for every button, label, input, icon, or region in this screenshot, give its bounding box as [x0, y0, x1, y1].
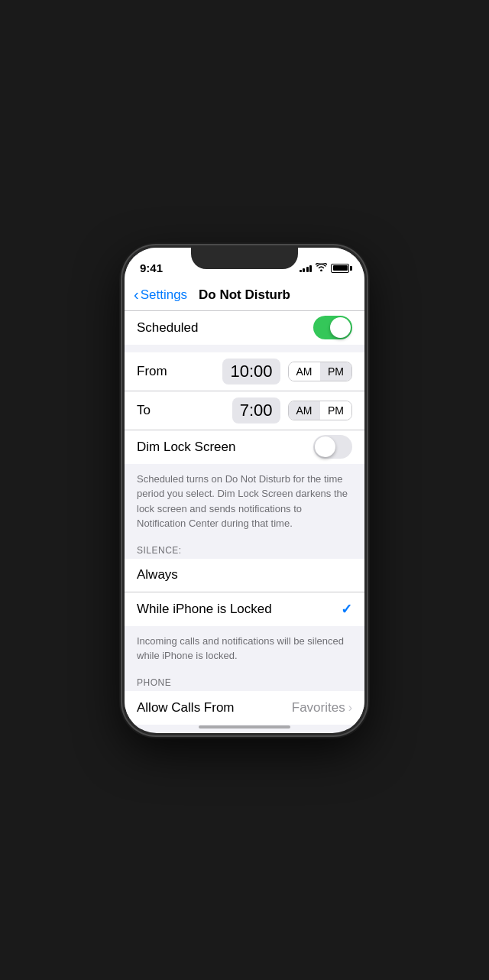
- back-label[interactable]: Settings: [141, 287, 187, 303]
- status-time: 9:41: [140, 261, 163, 274]
- scheduled-toggle[interactable]: [313, 316, 352, 339]
- while-locked-label: While iPhone is Locked: [137, 602, 272, 617]
- signal-bar-1: [300, 270, 302, 272]
- phone-section: Allow Calls From Favorites ›: [125, 691, 364, 725]
- scheduled-label: Scheduled: [137, 320, 198, 336]
- from-am-button[interactable]: AM: [289, 362, 320, 381]
- scheduled-row: Scheduled: [125, 311, 364, 345]
- signal-bar-3: [306, 267, 309, 272]
- always-row[interactable]: Always: [125, 559, 364, 592]
- from-label: From: [137, 364, 222, 379]
- dim-toggle-knob: [315, 436, 335, 457]
- back-button[interactable]: ‹ Settings: [134, 287, 187, 303]
- from-pm-button[interactable]: PM: [320, 362, 351, 381]
- allow-calls-value-group: Favorites ›: [292, 700, 352, 716]
- to-pm-button[interactable]: PM: [320, 401, 351, 420]
- silence-description: Incoming calls and notifications will be…: [125, 626, 364, 671]
- home-indicator[interactable]: [199, 725, 290, 729]
- allow-calls-value: Favorites: [292, 700, 345, 716]
- battery-fill: [333, 265, 348, 271]
- signal-bar-2: [303, 268, 305, 272]
- to-time-value[interactable]: 7:00: [232, 398, 280, 423]
- silence-section-header: SILENCE:: [125, 539, 364, 559]
- from-row: From 10:00 AM PM: [125, 352, 364, 391]
- from-am-pm-group: AM PM: [288, 362, 353, 381]
- chevron-right-icon: ›: [348, 701, 352, 715]
- dim-lock-screen-toggle[interactable]: [313, 435, 352, 459]
- phone-section-header: PHONE: [125, 671, 364, 691]
- gap-1: [125, 345, 364, 352]
- allow-calls-from-row[interactable]: Allow Calls From Favorites ›: [125, 691, 364, 725]
- to-label: To: [137, 403, 232, 418]
- to-am-pm-group: AM PM: [288, 401, 353, 420]
- page-title: Do Not Disturb: [199, 287, 290, 303]
- while-locked-row[interactable]: While iPhone is Locked ✓: [125, 592, 364, 626]
- signal-bar-4: [309, 265, 312, 272]
- scheduled-section: Scheduled: [125, 311, 364, 345]
- battery-icon: [331, 264, 349, 273]
- toggle-knob: [330, 317, 351, 338]
- chevron-left-icon: ‹: [134, 287, 139, 302]
- to-row: To 7:00 AM PM: [125, 391, 364, 430]
- signal-icon: [300, 264, 313, 272]
- status-icons: [300, 263, 350, 273]
- dim-lock-screen-row: Dim Lock Screen: [125, 430, 364, 464]
- checkmark-icon: ✓: [341, 601, 352, 618]
- allow-calls-from-label: Allow Calls From: [137, 700, 235, 716]
- silence-section: Always While iPhone is Locked ✓: [125, 559, 364, 626]
- phone-screen: 9:41: [125, 248, 364, 733]
- notch: [191, 248, 298, 269]
- settings-content: Scheduled From 10:00 AM PM: [125, 311, 364, 729]
- to-am-button[interactable]: AM: [289, 401, 320, 420]
- always-label: Always: [137, 567, 178, 582]
- dim-lock-screen-label: Dim Lock Screen: [137, 440, 235, 455]
- from-time-value[interactable]: 10:00: [222, 359, 280, 385]
- time-section: From 10:00 AM PM To 7:00 AM PM: [125, 352, 364, 464]
- scheduled-description: Scheduled turns on Do Not Disturb for th…: [125, 464, 364, 539]
- phone-frame: 9:41: [122, 245, 367, 735]
- navigation-bar: ‹ Settings Do Not Disturb: [125, 281, 364, 311]
- wifi-icon: [316, 263, 327, 273]
